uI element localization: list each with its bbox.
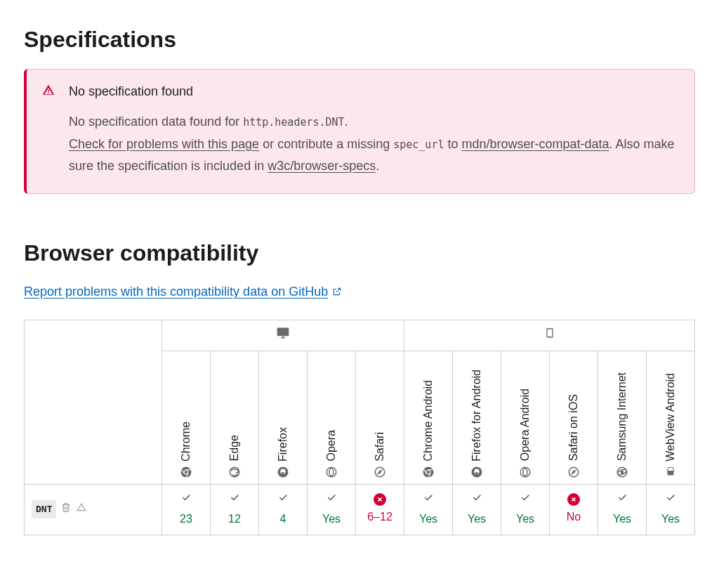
check-icon [471,491,482,508]
support-version: 12 [228,511,241,528]
support-version: 6–12 [367,509,393,525]
support-cell[interactable]: Yes [308,484,356,535]
samsung-icon [616,466,628,478]
check-icon [423,491,434,508]
browser-name-label: Samsung Internet [614,372,631,461]
browser-name-label: Chrome Android [420,380,437,462]
mobile-platform-header [404,320,695,351]
check-icon [520,491,531,508]
svg-point-19 [672,469,673,469]
notecard-text: . [376,159,379,173]
firefox-icon [277,466,289,478]
notecard-body: No specification data found for http.hea… [69,111,679,178]
x-icon [567,493,580,506]
check-problems-link[interactable]: Check for problems with this page [69,137,259,151]
safari-icon [374,466,386,478]
support-version: Yes [322,511,341,528]
browser-name-label: Firefox for Android [468,370,485,462]
check-icon [616,491,628,508]
browser-compat-heading: Browser compatibility [24,236,695,270]
browser-name-label: Opera Android [517,388,534,461]
svg-rect-20 [668,471,674,475]
check-icon [665,491,676,508]
support-cell[interactable]: 6–12 [356,484,404,535]
support-cell[interactable]: No [550,484,598,535]
compat-table: ChromeEdgeFirefoxOperaSafariChrome Andro… [24,320,695,535]
chrome-icon [180,466,192,478]
support-cell[interactable]: Yes [598,484,647,535]
browser-name-label: Chrome [178,422,194,462]
browser-header-edge: Edge [211,351,259,484]
opera-icon [325,466,338,478]
svg-point-18 [668,469,669,469]
browser-header-firefox-for-android: Firefox for Android [453,351,501,484]
no-spec-notecard: No specification found No specification … [24,69,695,194]
feature-column-header [25,320,162,484]
support-cell[interactable]: 23 [162,484,211,535]
check-icon [326,491,337,508]
browser-header-samsung-internet: Samsung Internet [598,351,647,484]
browser-name-label: Safari [371,432,388,462]
notecard-text: or contribute a missing [259,137,393,151]
support-version: 4 [280,511,286,528]
browser-header-opera-android: Opera Android [501,351,550,484]
browser-name-label: Edge [226,435,243,461]
deprecated-icon [60,501,72,518]
specifications-heading: Specifications [24,22,695,56]
browser-header-chrome-android: Chrome Android [404,351,453,484]
svg-point-10 [427,470,430,473]
notecard-text: to [444,137,461,151]
chrome-icon [422,466,435,478]
notecard-text: No specification data found for [69,115,243,129]
support-version: No [567,509,581,525]
feature-badge-dnt: DNT [32,500,56,518]
w3c-browser-specs-link[interactable]: w3c/browser-specs [268,159,376,173]
notecard-text: . [345,115,348,129]
report-problems-link[interactable]: Report problems with this compatibility … [24,282,342,301]
browser-name-label: WebView Android [662,373,679,462]
support-version: 23 [180,511,192,528]
browser-header-firefox: Firefox [259,351,308,484]
support-version: Yes [613,511,631,528]
support-cell[interactable]: Yes [647,484,695,535]
external-link-icon [332,287,342,296]
check-icon [229,491,240,508]
svg-point-17 [621,471,624,473]
safari-icon [567,466,580,478]
browser-header-opera: Opera [308,351,356,484]
opera-icon [519,466,532,478]
nonstandard-icon [76,501,87,518]
support-cell[interactable]: Yes [404,484,453,535]
svg-point-6 [329,468,334,476]
feature-cell[interactable]: DNT [25,484,162,535]
android-icon [664,466,677,478]
browser-name-label: Opera [323,430,340,461]
check-icon [180,491,192,508]
edge-icon [228,466,241,478]
browser-header-safari-on-ios: Safari on iOS [550,351,598,484]
desktop-icon [276,330,290,342]
support-version: Yes [468,511,486,528]
support-cell[interactable]: Yes [453,484,501,535]
code-http-headers-dnt: http.headers.DNT [243,116,345,129]
support-cell[interactable]: Yes [501,484,550,535]
browser-header-chrome: Chrome [162,351,211,484]
report-problems-label: Report problems with this compatibility … [24,282,328,301]
check-icon [277,491,289,508]
support-cell[interactable]: 4 [259,484,308,535]
support-version: Yes [661,511,680,528]
browser-name-label: Safari on iOS [565,394,582,461]
notecard-title: No specification found [69,82,679,101]
code-spec-url: spec_url [393,138,444,151]
firefox-icon [470,466,483,478]
mdn-bcd-link[interactable]: mdn/browser-compat-data [461,137,609,151]
mobile-icon [544,330,555,342]
browser-header-webview-android: WebView Android [647,351,695,484]
support-cell[interactable]: 12 [211,484,259,535]
browser-name-label: Firefox [275,427,291,462]
desktop-platform-header [162,320,404,351]
warning-icon [42,84,55,101]
support-version: Yes [516,511,534,528]
svg-point-13 [523,468,527,476]
x-icon [374,493,386,506]
